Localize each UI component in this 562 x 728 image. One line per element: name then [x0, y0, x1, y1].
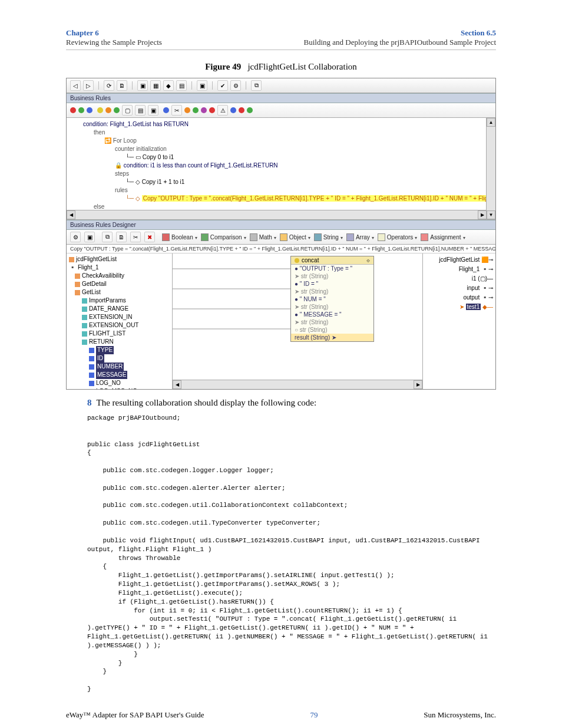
- tool-icon[interactable]: ▣: [84, 232, 95, 242]
- concat-icon: [295, 258, 299, 263]
- dot-icon[interactable]: [105, 107, 111, 113]
- tree-item[interactable]: └─ ◇ Copy "OUTPUT : Type = ".concat(Flig…: [83, 195, 493, 203]
- scroll-right-icon[interactable]: ▶: [478, 210, 487, 219]
- menu-object[interactable]: Object: [280, 233, 310, 241]
- nav-fwd-icon[interactable]: ▷: [83, 80, 94, 91]
- tree-item[interactable]: GetList: [68, 288, 171, 297]
- concat-box[interactable]: concat⟐ ● "OUTPUT : Type = " ➤ str (Stri…: [290, 256, 374, 342]
- menu-array[interactable]: Array: [346, 233, 374, 241]
- tree-item[interactable]: input ▪️⊸: [425, 284, 493, 293]
- tree-item[interactable]: alerter: [83, 219, 493, 220]
- designer-title: Business Rules Designer: [67, 220, 495, 230]
- tree-item[interactable]: ➤ test1 ◆—: [425, 302, 493, 312]
- tool-icon[interactable]: ⚠: [217, 105, 228, 116]
- tool-icon[interactable]: 🗎: [116, 232, 127, 242]
- tree-item[interactable]: steps: [83, 170, 493, 178]
- tree-item[interactable]: EXTENSION_IN: [68, 313, 171, 321]
- concat-row: ➤ str (String): [291, 318, 373, 326]
- tree-item[interactable]: TYPE: [68, 346, 171, 354]
- copy-icon[interactable]: ⧉: [251, 80, 262, 91]
- dot-icon[interactable]: [70, 107, 76, 113]
- step-text: The resulting collaboration should displ…: [97, 398, 317, 408]
- tree-item[interactable]: ImportParams: [68, 297, 171, 305]
- dot-icon[interactable]: [114, 107, 120, 113]
- dot-icon[interactable]: [78, 107, 84, 113]
- tree-item[interactable]: Flight_1 ▪️⊸: [425, 265, 493, 274]
- menu-assignment[interactable]: Assignment: [421, 233, 465, 241]
- tool-icon[interactable]: ⚙: [70, 232, 81, 242]
- tree-item[interactable]: ▪️Flight_1: [68, 263, 171, 272]
- menu-operators[interactable]: Operators: [378, 233, 417, 241]
- menu-math[interactable]: Math: [250, 233, 276, 241]
- tool-icon[interactable]: ▤: [135, 105, 146, 116]
- tool-icon-2[interactable]: ▦: [150, 80, 161, 91]
- tree-item[interactable]: condition: Flight_1.GetList has RETURN: [83, 120, 493, 129]
- tree-item[interactable]: jcdFlightGetList: [68, 255, 171, 263]
- menu-boolean[interactable]: Boolean: [162, 233, 197, 241]
- scroll-down-icon[interactable]: ▼: [487, 210, 495, 219]
- tree-item[interactable]: FLIGHT_LIST: [68, 330, 171, 338]
- horizontal-scrollbar[interactable]: ◀ ▶: [173, 380, 422, 389]
- tree-item[interactable]: DATE_RANGE: [68, 305, 171, 313]
- dot-icon[interactable]: [163, 107, 169, 113]
- tool-icon[interactable]: ⧉: [102, 232, 113, 242]
- tool-icon[interactable]: ✂: [171, 105, 182, 116]
- tool-icon[interactable]: ✂: [130, 232, 141, 242]
- tree-item[interactable]: jcdFlightGetList 🟧⊸: [425, 255, 493, 265]
- menu-string[interactable]: String: [314, 233, 343, 241]
- tool-icon[interactable]: ▣: [148, 105, 158, 116]
- tree-item[interactable]: i1 (▢)—: [425, 274, 493, 284]
- designer-toolbar: ⚙ ▣ ⧉ 🗎 ✂ ✖ Boolean Comparison Math Obje…: [67, 230, 495, 245]
- tool-icon-5[interactable]: ▣: [197, 80, 207, 91]
- tree-item[interactable]: rules: [83, 186, 493, 195]
- tool-icon-3[interactable]: ◆: [163, 80, 174, 91]
- dot-icon[interactable]: [209, 107, 215, 113]
- menu-comparison[interactable]: Comparison: [201, 233, 246, 241]
- tree-item[interactable]: counter initialization: [83, 145, 493, 153]
- tree-item[interactable]: 🔒 condition: i1 is less than count of Fl…: [83, 162, 493, 170]
- footer-right: Sun Microsystems, Inc.: [424, 710, 496, 720]
- section-sub: Building and Deploying the prjBAPIOutbou…: [304, 38, 496, 47]
- dot-icon[interactable]: [184, 107, 190, 113]
- tree-item[interactable]: 🔁 For Loop: [83, 137, 493, 145]
- tool-icon[interactable]: ▢: [122, 105, 133, 116]
- dot-icon[interactable]: [230, 107, 236, 113]
- tree-item[interactable]: MESSAGE: [68, 371, 171, 379]
- canvas-center[interactable]: concat⟐ ● "OUTPUT : Type = " ➤ str (Stri…: [173, 253, 423, 389]
- delete-icon[interactable]: ✖: [144, 232, 155, 242]
- tree-item[interactable]: GetDetail: [68, 280, 171, 288]
- tree-item[interactable]: then: [83, 129, 493, 137]
- check-icon[interactable]: ✔: [217, 80, 228, 91]
- tree-item[interactable]: └─ ▭ Copy 0 to i1: [83, 153, 493, 162]
- figure-title: jcdFlightGetList Collaboration: [247, 62, 356, 71]
- nav-back-icon[interactable]: ◁: [70, 80, 81, 91]
- tree-item[interactable]: output ▪️⊸: [425, 293, 493, 302]
- tree-item[interactable]: RETURN: [68, 338, 171, 346]
- tool-icon[interactable]: ▣: [137, 80, 148, 91]
- scroll-right-icon[interactable]: ▶: [414, 380, 422, 389]
- doc-icon[interactable]: 🗎: [117, 80, 127, 91]
- tree-item[interactable]: LOG_NO: [68, 379, 171, 387]
- tree-item[interactable]: NUMBER: [68, 363, 171, 371]
- chapter-label: Chapter 6: [66, 28, 162, 38]
- tree-item[interactable]: LOG_MSG_NO: [68, 387, 171, 389]
- tree-item[interactable]: EXTENSION_OUT: [68, 321, 171, 330]
- vertical-scrollbar[interactable]: ▲ ▼: [486, 118, 495, 219]
- dot-icon[interactable]: [247, 107, 253, 113]
- scroll-up-icon[interactable]: ▲: [487, 118, 495, 127]
- tree-item[interactable]: └─ ◇ Copy i1 + 1 to i1: [83, 178, 493, 186]
- dot-icon[interactable]: [239, 107, 244, 113]
- concat-row: ➤ str (String): [291, 272, 373, 280]
- scroll-left-icon[interactable]: ◀: [173, 380, 181, 389]
- dot-icon[interactable]: [201, 107, 207, 113]
- dot-icon[interactable]: [87, 107, 92, 113]
- tree-item[interactable]: ID: [68, 354, 171, 363]
- dot-icon[interactable]: [193, 107, 199, 113]
- dot-icon[interactable]: [97, 107, 103, 113]
- scroll-left-icon[interactable]: ◀: [67, 210, 75, 219]
- tool-icon-4[interactable]: ▤: [176, 80, 187, 91]
- gear-icon[interactable]: ⚙: [230, 80, 241, 91]
- refresh-icon[interactable]: ⟳: [104, 80, 114, 91]
- horizontal-scrollbar[interactable]: ◀ ▶: [67, 210, 487, 219]
- tree-item[interactable]: CheckAvailibility: [68, 272, 171, 280]
